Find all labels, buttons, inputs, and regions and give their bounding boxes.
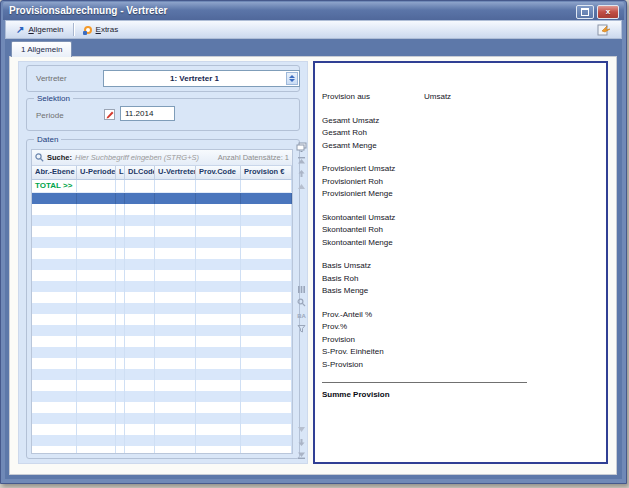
grid-cell bbox=[116, 435, 125, 446]
grid-row[interactable] bbox=[32, 248, 292, 259]
grid-row-selected[interactable] bbox=[32, 193, 292, 204]
toolbar-button-extras[interactable]: Extras bbox=[78, 22, 125, 37]
grid-column-header-1[interactable]: U-Periode bbox=[77, 166, 116, 179]
stat-label: Provisioniert Roh bbox=[322, 177, 383, 186]
grid-cell bbox=[155, 380, 196, 391]
scroll-to-top-button[interactable] bbox=[296, 155, 307, 166]
grid-cell bbox=[125, 413, 155, 424]
grid-cell bbox=[32, 424, 77, 435]
grid-cell bbox=[241, 303, 292, 314]
grid-column-header-5[interactable]: Prov.Code bbox=[196, 166, 241, 179]
grid-edit-mask-button[interactable]: BA bbox=[296, 310, 307, 321]
arrow-up-icon bbox=[297, 169, 306, 178]
grid-row[interactable] bbox=[32, 435, 292, 446]
grid-cell bbox=[77, 336, 116, 347]
grid-search-button[interactable] bbox=[296, 297, 307, 308]
grid-cell bbox=[241, 336, 292, 347]
grid-cell bbox=[196, 347, 241, 358]
grid-cell bbox=[125, 270, 155, 281]
restore-window-button[interactable] bbox=[576, 5, 594, 19]
column-chooser-button[interactable] bbox=[296, 141, 307, 152]
grid-column-header-2[interactable]: L bbox=[116, 166, 125, 179]
scroll-down-button[interactable] bbox=[296, 437, 307, 448]
summary-label: Summe Provision bbox=[322, 390, 606, 399]
grid-row[interactable] bbox=[32, 402, 292, 413]
grid-cell bbox=[77, 446, 116, 454]
grid-total-row[interactable]: TOTAL >> bbox=[32, 180, 292, 193]
grid-row[interactable] bbox=[32, 325, 292, 336]
grid-search-bar[interactable]: Suche: Hier Suchbegriff eingeben (STRG+S… bbox=[32, 150, 292, 166]
periode-picker-button[interactable] bbox=[103, 107, 116, 120]
grid-column-header-0[interactable]: Abr.-Ebene bbox=[32, 166, 77, 179]
titlebar[interactable]: Provisionsabrechnung - Vertreter x bbox=[3, 2, 624, 20]
grid-cell bbox=[32, 336, 77, 347]
column-chooser-icon bbox=[296, 142, 307, 152]
grid-cell bbox=[196, 248, 241, 259]
grid-row[interactable] bbox=[32, 292, 292, 303]
grid-cell bbox=[32, 193, 77, 204]
grid-cell bbox=[155, 314, 196, 325]
grid-row[interactable] bbox=[32, 281, 292, 292]
grid-row[interactable] bbox=[32, 237, 292, 248]
grid-row[interactable] bbox=[32, 270, 292, 281]
grid-row[interactable] bbox=[32, 446, 292, 454]
left-panel: Vertreter 1: Vertreter 1 Selektion Perio… bbox=[18, 61, 308, 464]
grid-row[interactable] bbox=[32, 303, 292, 314]
grid-row[interactable] bbox=[32, 424, 292, 435]
grid-row[interactable] bbox=[32, 226, 292, 237]
grid-row[interactable] bbox=[32, 391, 292, 402]
grid-cell bbox=[32, 259, 77, 270]
toolbar-button-allgemein[interactable]: ↗ Allgemein bbox=[10, 22, 70, 37]
grid-cell bbox=[125, 446, 155, 454]
scroll-up-button[interactable] bbox=[296, 168, 307, 179]
grid-cell bbox=[125, 336, 155, 347]
vertreter-spinner[interactable] bbox=[286, 72, 298, 85]
app-window: Provisionsabrechnung - Vertreter x ↗ All… bbox=[0, 0, 627, 484]
stat-label: Provisioniert Menge bbox=[322, 189, 393, 198]
total-row-cell bbox=[116, 180, 125, 192]
grid-row[interactable] bbox=[32, 380, 292, 391]
grid-row[interactable] bbox=[32, 347, 292, 358]
grid-row[interactable] bbox=[32, 369, 292, 380]
close-window-button[interactable]: x bbox=[597, 5, 619, 19]
grid-filter-button[interactable] bbox=[296, 323, 307, 334]
stat-row: Provisioniert Umsatz bbox=[322, 163, 606, 176]
grid-cell bbox=[77, 292, 116, 303]
grid-cell bbox=[32, 237, 77, 248]
search-input[interactable]: Hier Suchbegriff eingeben (STRG+S) bbox=[75, 153, 199, 162]
row-down-button[interactable] bbox=[296, 424, 307, 435]
stat-row: Skontoanteil Roh bbox=[322, 224, 606, 237]
provision-stats: Provision ausUmsatzGesamt UmsatzGesamt R… bbox=[315, 63, 606, 399]
grid-cell bbox=[77, 369, 116, 380]
total-row-cell bbox=[155, 180, 196, 192]
grid-row[interactable] bbox=[32, 259, 292, 270]
row-up-button[interactable] bbox=[296, 181, 307, 192]
stat-label: Skontoanteil Menge bbox=[322, 238, 393, 247]
grid-cell bbox=[196, 237, 241, 248]
grid-row[interactable] bbox=[32, 204, 292, 215]
grid-cell bbox=[77, 270, 116, 281]
grid-cell bbox=[196, 446, 241, 454]
tab-allgemein[interactable]: 1 Allgemein bbox=[11, 41, 72, 57]
vertreter-dropdown[interactable]: 1: Vertreter 1 bbox=[103, 70, 300, 87]
stat-row: S-Provision bbox=[322, 359, 606, 372]
scroll-to-bottom-button[interactable] bbox=[296, 450, 307, 461]
grid-row[interactable] bbox=[32, 336, 292, 347]
exit-button[interactable] bbox=[591, 22, 617, 37]
stat-value: Umsatz bbox=[424, 91, 451, 104]
periode-label: Periode bbox=[36, 111, 64, 120]
grid-cell bbox=[116, 358, 125, 369]
grid-column-header-3[interactable]: DLCode bbox=[125, 166, 155, 179]
grid-layout-button[interactable] bbox=[296, 284, 307, 295]
grid-cell bbox=[241, 391, 292, 402]
grid-column-header-4[interactable]: U-Vertreter bbox=[155, 166, 196, 179]
stat-row: Gesamt Umsatz bbox=[322, 115, 606, 128]
grid-row[interactable] bbox=[32, 314, 292, 325]
grid-column-header-6[interactable]: Provision € bbox=[241, 166, 292, 179]
total-row-label: TOTAL >> bbox=[32, 180, 77, 192]
grid-row[interactable] bbox=[32, 413, 292, 424]
periode-input[interactable]: 11.2014 bbox=[120, 106, 175, 121]
grid-cell bbox=[116, 237, 125, 248]
grid-row[interactable] bbox=[32, 358, 292, 369]
grid-row[interactable] bbox=[32, 215, 292, 226]
